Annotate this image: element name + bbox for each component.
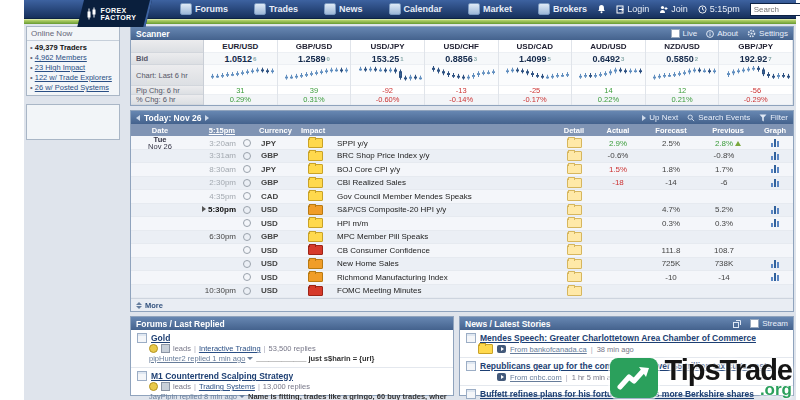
play-icon[interactable] (497, 373, 506, 381)
thread-forum-link[interactable]: Trading Systems (199, 382, 255, 391)
detach-icon[interactable] (733, 320, 741, 328)
up-next-button[interactable]: Up Next (642, 113, 678, 122)
nav-market[interactable]: Market (458, 1, 522, 17)
login-link[interactable]: Login (616, 4, 649, 14)
next-day-icon[interactable] (205, 115, 209, 121)
alert-bell-icon[interactable] (243, 233, 251, 241)
news-source-link[interactable]: From bankofcanada.ca (510, 345, 587, 354)
event-name[interactable]: MPC Member Pill Speaks (333, 232, 555, 241)
detail-folder-icon[interactable] (567, 245, 582, 255)
event-name[interactable]: CB Consumer Confidence (333, 246, 555, 255)
graph-icon[interactable] (771, 219, 779, 227)
col-current-time[interactable]: 5:15pm (189, 126, 239, 135)
event-name[interactable]: New Home Sales (333, 259, 555, 268)
alert-bell-icon[interactable] (243, 273, 251, 281)
alert-bell-icon[interactable] (243, 165, 251, 173)
graph-icon[interactable] (771, 273, 779, 281)
play-icon[interactable] (497, 345, 506, 353)
pair-name[interactable]: USD/CHF (425, 40, 498, 53)
graph-icon[interactable] (771, 139, 779, 147)
nav-trades[interactable]: Trades (244, 1, 308, 17)
alert-bell-icon[interactable] (243, 192, 251, 200)
chevron-down-icon[interactable] (247, 357, 253, 360)
graph-icon[interactable] (771, 260, 779, 268)
news-source-link[interactable]: From cnbc.com (510, 373, 562, 382)
event-name[interactable]: HPI m/m (333, 219, 555, 228)
clock-icon (698, 5, 707, 14)
filter-button[interactable]: Filter (759, 113, 788, 122)
join-link[interactable]: Join (659, 4, 688, 14)
nav-brokers[interactable]: Brokers (528, 1, 597, 17)
live-checkbox[interactable] (671, 29, 680, 38)
thread-title-link[interactable]: M1 Countertrend Scalping Strategy (151, 371, 293, 381)
detail-folder-icon[interactable] (567, 178, 582, 188)
online-now-stat-label[interactable]: 49,379 Traders (35, 43, 87, 52)
detail-folder-icon[interactable] (567, 164, 582, 174)
alert-bell-icon[interactable] (243, 206, 251, 214)
stream-checkbox[interactable] (750, 319, 759, 328)
alert-bell-icon[interactable] (243, 246, 251, 254)
detail-folder-icon[interactable] (567, 138, 582, 148)
detail-folder-icon[interactable] (567, 232, 582, 242)
detail-folder-icon[interactable] (567, 191, 582, 201)
calendar-event-row: 3:31am GBP BRC Shop Price Index y/y -0.6… (131, 150, 793, 164)
pair-name[interactable]: USD/JPY (351, 40, 424, 53)
thread-title-link[interactable]: Gold (151, 333, 170, 343)
prev-day-icon[interactable] (136, 115, 140, 121)
search-input[interactable] (750, 3, 800, 16)
event-name[interactable]: SPPI y/y (333, 139, 555, 148)
graph-icon[interactable] (771, 152, 779, 160)
event-name[interactable]: Richmond Manufacturing Index (333, 273, 555, 282)
calendar-more-button[interactable]: More (131, 298, 793, 311)
pair-name[interactable]: GBP/JPY (719, 40, 792, 53)
pair-name[interactable]: AUD/USD (572, 40, 645, 53)
pair-name[interactable]: EUR/USD (204, 40, 277, 53)
live-toggle[interactable]: Live (671, 29, 698, 38)
online-now-stat-label[interactable]: 23 High Impact (35, 63, 85, 72)
chevron-down-icon[interactable] (239, 395, 245, 398)
event-name[interactable]: FOMC Meeting Minutes (333, 286, 555, 295)
bell-icon[interactable] (597, 4, 606, 14)
detail-folder-icon[interactable] (567, 272, 582, 282)
pair-name[interactable]: USD/CAD (499, 40, 572, 53)
detail-folder-icon[interactable] (567, 286, 582, 296)
nav-forums[interactable]: Forums (170, 1, 238, 17)
nav-news[interactable]: News (314, 1, 373, 17)
alert-bell-icon[interactable] (243, 139, 251, 147)
time-display[interactable]: 5:15pm (698, 4, 740, 14)
pair-name[interactable]: NZD/USD (646, 40, 719, 53)
calendar-date-title[interactable]: Today: Nov 26 (144, 113, 201, 123)
alert-bell-icon[interactable] (243, 260, 251, 268)
alert-bell-icon[interactable] (243, 287, 251, 295)
detail-folder-icon[interactable] (567, 218, 582, 228)
thread-forum-link[interactable]: Interactive Trading (199, 344, 261, 353)
graph-icon[interactable] (771, 165, 779, 173)
alert-bell-icon[interactable] (243, 179, 251, 187)
about-link[interactable]: About (706, 29, 738, 38)
thread-last-reply-link[interactable]: JayPipin replied 8 min ago (149, 392, 237, 400)
event-name[interactable]: CBI Realized Sales (333, 178, 555, 187)
news-title-link[interactable]: Mendes Speech: Greater Charlottetown Are… (480, 333, 756, 343)
thread-last-reply-link[interactable]: pipHunter2 replied 1 min ago (149, 354, 245, 363)
stream-toggle[interactable]: Stream (750, 319, 788, 328)
graph-icon[interactable] (771, 206, 779, 214)
nav-calendar[interactable]: Calendar (379, 1, 453, 17)
forex-factory-logo[interactable]: FOREXFACTORY (77, 0, 152, 27)
graph-icon[interactable] (771, 179, 779, 187)
alert-bell-icon[interactable] (243, 219, 251, 227)
alert-bell-icon[interactable] (243, 152, 251, 160)
event-name[interactable]: BOJ Core CPI y/y (333, 165, 555, 174)
event-name[interactable]: S&P/CS Composite-20 HPI y/y (333, 205, 555, 214)
detail-folder-icon[interactable] (567, 151, 582, 161)
event-time: 3:20am (189, 139, 239, 148)
pair-name[interactable]: GBP/USD (278, 40, 351, 53)
online-now-stat-label[interactable]: 122 w/ Trade Explorers (35, 73, 112, 82)
event-name[interactable]: BRC Shop Price Index y/y (333, 151, 555, 160)
detail-folder-icon[interactable] (567, 259, 582, 269)
online-now-stat-label[interactable]: 4,962 Members (35, 53, 87, 62)
settings-link[interactable]: Settings (747, 29, 788, 38)
event-name[interactable]: Gov Council Member Mendes Speaks (333, 192, 555, 201)
detail-folder-icon[interactable] (567, 205, 582, 215)
search-events-button[interactable]: Search Events (687, 113, 750, 122)
online-now-stat-label[interactable]: 26 w/ Posted Systems (35, 83, 109, 92)
